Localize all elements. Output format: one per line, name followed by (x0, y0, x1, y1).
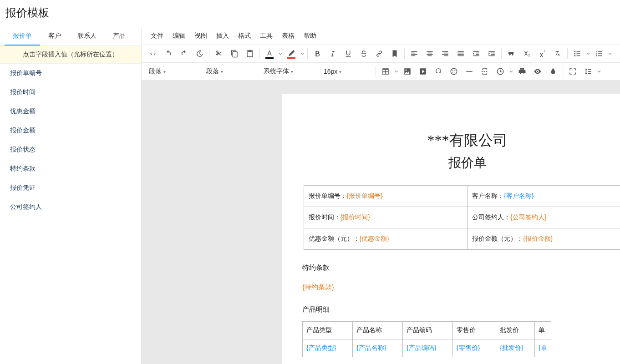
cut-icon[interactable] (211, 46, 227, 61)
svg-point-0 (574, 51, 575, 52)
field-list: 报价单编号 报价时间 优惠金额 报价金额 报价状态 特约条款 报价凭证 公司签约… (0, 64, 141, 217)
fullscreen-icon[interactable] (565, 64, 580, 79)
svg-point-1 (574, 53, 575, 55)
svg-point-3 (451, 68, 457, 75)
menu-format[interactable]: 格式 (234, 30, 254, 42)
clear-format-icon[interactable] (550, 46, 565, 61)
history-icon[interactable] (192, 46, 207, 61)
chevron-down-icon[interactable] (585, 46, 591, 61)
link-icon[interactable] (371, 46, 387, 61)
field-item[interactable]: 报价凭证 (0, 178, 141, 197)
toolbar-2: 段落▾ 段落▾ 系统字体▾ 16px▾ (142, 63, 620, 81)
editor-canvas[interactable]: ***有限公司 报价单 报价单编号：{报价单编号} 客户名称：{客户名称} 报价… (142, 81, 620, 364)
menu-insert[interactable]: 插入 (213, 30, 233, 42)
align-right-icon[interactable] (437, 46, 453, 61)
svg-point-4 (452, 70, 453, 71)
clock-icon[interactable] (493, 64, 508, 79)
doc-title: 报价单 (282, 154, 620, 172)
ink-drop-icon[interactable] (545, 64, 561, 79)
highlight-color-button[interactable] (284, 46, 305, 61)
tab-product[interactable]: 产品 (105, 27, 134, 46)
chevron-down-icon[interactable] (277, 46, 284, 61)
bookmark-icon[interactable] (387, 46, 402, 61)
field-item[interactable]: 特约条款 (0, 159, 141, 178)
align-justify-icon[interactable] (453, 46, 468, 61)
chevron-down-icon[interactable] (607, 46, 613, 61)
paste-icon[interactable] (242, 46, 258, 61)
numbered-list-icon[interactable] (591, 46, 607, 61)
outdent-icon[interactable] (468, 46, 484, 61)
media-icon[interactable] (415, 64, 431, 79)
font-size-select[interactable]: 16px▾ (320, 66, 370, 77)
menu-help[interactable]: 帮助 (300, 30, 320, 42)
menu-table[interactable]: 表格 (278, 30, 298, 42)
field-hint: 点击字段插入值（光标所在位置） (0, 46, 141, 64)
print-icon[interactable] (514, 64, 530, 79)
tab-contact[interactable]: 联系人 (69, 27, 105, 46)
chevron-down-icon[interactable] (508, 64, 514, 79)
menu-file[interactable]: 文件 (147, 30, 167, 42)
bold-icon[interactable] (310, 46, 325, 61)
align-left-icon[interactable] (407, 46, 422, 61)
subscript-icon[interactable] (519, 46, 534, 61)
blockquote-icon[interactable] (503, 46, 519, 61)
horizontal-rule-icon[interactable] (462, 64, 477, 79)
field-item[interactable]: 报价单编号 (0, 64, 141, 83)
bullet-list-icon[interactable] (569, 46, 585, 61)
tab-quote[interactable]: 报价单 (5, 27, 40, 46)
menu-tools[interactable]: 工具 (256, 30, 276, 42)
svg-rect-6 (466, 71, 473, 72)
chevron-down-icon[interactable] (596, 64, 602, 79)
superscript-icon[interactable] (534, 46, 550, 61)
detail-label: 产品明细 (302, 305, 620, 314)
copy-icon[interactable] (227, 46, 242, 61)
toolbar-1 (142, 45, 620, 63)
style-select[interactable]: 段落▾ (203, 66, 256, 77)
line-height-button[interactable] (580, 64, 602, 79)
block-format-select[interactable]: 段落▾ (145, 66, 199, 77)
italic-icon[interactable] (325, 46, 340, 61)
field-item[interactable]: 优惠金额 (0, 102, 141, 121)
menubar: 文件 编辑 视图 插入 格式 工具 表格 帮助 (142, 27, 620, 45)
datetime-button[interactable] (493, 64, 514, 79)
field-tabs: 报价单 客户 联系人 产品 (0, 27, 141, 46)
field-item[interactable]: 报价状态 (0, 140, 141, 159)
underline-icon[interactable] (340, 46, 356, 61)
pagebreak-icon[interactable] (477, 64, 493, 79)
detail-table: 产品类型 产品名称 产品编码 零售价 批发价 单 {产品类型} {产品名称} {… (302, 321, 551, 357)
terms-label: 特约条款 (302, 263, 620, 272)
bullet-list-button[interactable] (569, 46, 591, 61)
field-item[interactable]: 报价时间 (0, 83, 141, 102)
document[interactable]: ***有限公司 报价单 报价单编号：{报价单编号} 客户名称：{客户名称} 报价… (282, 94, 620, 364)
font-family-select[interactable]: 系统字体▾ (260, 66, 316, 77)
preview-icon[interactable] (530, 64, 545, 79)
text-color-button[interactable] (262, 46, 284, 61)
field-item[interactable]: 公司签约人 (0, 197, 141, 217)
image-icon[interactable] (400, 64, 415, 79)
editor-panel: 文件 编辑 视图 插入 格式 工具 表格 帮助 (141, 27, 620, 364)
table-button[interactable] (378, 64, 400, 79)
source-code-icon[interactable] (145, 46, 161, 61)
doc-company-title: ***有限公司 (282, 131, 620, 151)
page-title: 报价模板 (0, 0, 620, 27)
numbered-list-button[interactable] (591, 46, 613, 61)
info-table: 报价单编号：{报价单编号} 客户名称：{客户名称} 报价时间：{报价时间} 公司… (304, 185, 620, 250)
chevron-down-icon[interactable] (299, 46, 305, 61)
redo-icon[interactable] (176, 46, 192, 61)
undo-icon[interactable] (161, 46, 176, 61)
table-icon[interactable] (378, 64, 393, 79)
field-item[interactable]: 报价金额 (0, 121, 141, 140)
left-panel: 报价单 客户 联系人 产品 点击字段插入值（光标所在位置） 报价单编号 报价时间… (0, 27, 141, 364)
special-char-icon[interactable] (431, 64, 446, 79)
strikethrough-icon[interactable] (356, 46, 371, 61)
svg-point-5 (454, 70, 455, 71)
chevron-down-icon[interactable] (393, 64, 400, 79)
menu-edit[interactable]: 编辑 (169, 30, 189, 42)
tab-customer[interactable]: 客户 (40, 27, 69, 46)
indent-icon[interactable] (484, 46, 499, 61)
align-center-icon[interactable] (422, 46, 437, 61)
terms-placeholder: {特约条款} (302, 283, 620, 292)
emoji-icon[interactable] (446, 64, 462, 79)
line-height-icon[interactable] (580, 64, 596, 79)
menu-view[interactable]: 视图 (191, 30, 211, 42)
